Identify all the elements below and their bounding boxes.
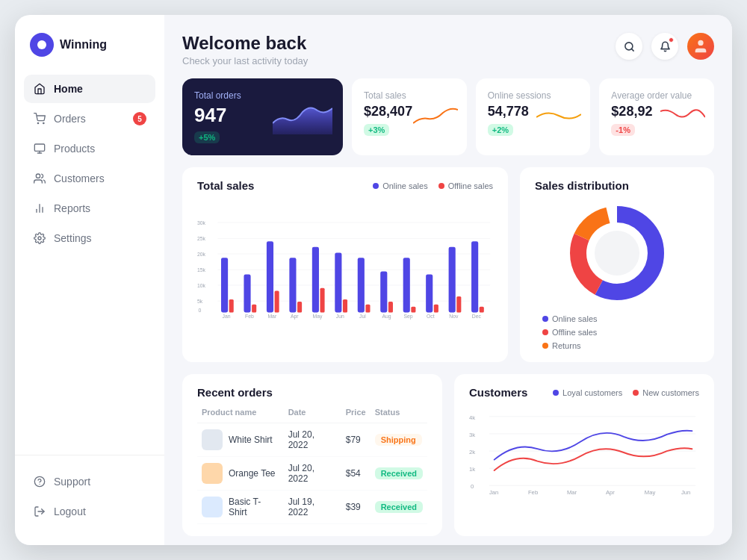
customers-header: Customers Loyal customers New customers xyxy=(469,386,699,399)
legend-item-offline-sales: Offline sales xyxy=(542,328,598,337)
sidebar-item-reports[interactable]: Reports xyxy=(24,194,155,223)
svg-point-9 xyxy=(38,237,41,240)
search-button[interactable] xyxy=(616,33,642,60)
legend-new: New customers xyxy=(633,388,699,397)
notification-dot xyxy=(669,37,674,43)
help-icon xyxy=(33,475,46,488)
table-row: Orange Tee Jul 20, 2022 $54 Received xyxy=(197,457,427,491)
sidebar-item-settings[interactable]: Settings xyxy=(24,224,155,252)
svg-text:3k: 3k xyxy=(469,432,475,438)
legend-loyal: Loyal customers xyxy=(553,388,622,397)
svg-rect-50 xyxy=(456,296,461,312)
svg-text:2k: 2k xyxy=(469,449,475,455)
svg-rect-44 xyxy=(388,302,393,312)
product-cell: White Shirt xyxy=(202,429,279,450)
svg-text:Nov: Nov xyxy=(449,314,459,319)
header-actions xyxy=(616,33,714,60)
order-price: $54 xyxy=(341,457,371,491)
donut-legend: Online sales Offline sales Returns xyxy=(535,314,598,350)
svg-point-0 xyxy=(37,122,38,123)
table-row: Basic T-Shirt Jul 19, 2022 $39 Received xyxy=(197,491,427,524)
svg-point-69 xyxy=(595,231,639,276)
donut-svg xyxy=(565,201,669,305)
order-date: Jul 20, 2022 xyxy=(284,423,341,457)
legend-dot xyxy=(553,390,559,396)
stat-change: +5% xyxy=(194,131,220,143)
avatar[interactable] xyxy=(687,33,714,60)
svg-rect-41 xyxy=(358,258,365,312)
svg-rect-49 xyxy=(449,247,456,313)
charts-row: Total sales Online sales Offline sales xyxy=(182,167,714,362)
recent-orders-title: Recent orders xyxy=(197,386,427,399)
svg-rect-33 xyxy=(267,241,273,312)
sidebar-item-support[interactable]: Support xyxy=(24,467,155,496)
donut-chart-card: Sales distribution xyxy=(520,167,714,362)
page-header: Welcome back Check your last activity to… xyxy=(164,15,732,78)
svg-rect-35 xyxy=(289,258,296,312)
svg-rect-39 xyxy=(335,252,341,312)
mini-chart xyxy=(413,102,458,132)
legend-dot-online xyxy=(373,183,379,189)
notifications-button[interactable] xyxy=(651,33,678,60)
svg-text:Oct: Oct xyxy=(427,314,435,319)
svg-rect-40 xyxy=(343,299,347,313)
orders-badge: 5 xyxy=(133,112,146,125)
order-date: Jul 20, 2022 xyxy=(284,457,341,491)
legend-label: Online sales xyxy=(552,314,598,323)
customers-chart: 4k 3k 2k 1k 0 Jan Feb Mar xyxy=(469,408,699,500)
sidebar-item-customers[interactable]: Customers xyxy=(24,164,155,193)
dashboard-content: Total orders 947 +5% xyxy=(164,78,732,545)
bottom-row: Recent orders Product name Date Price St… xyxy=(182,374,714,536)
sidebar-item-label: Logout xyxy=(54,505,86,517)
mini-chart xyxy=(536,102,581,132)
stat-change: -1% xyxy=(611,124,635,136)
legend-item-online-sales: Online sales xyxy=(542,314,598,323)
avatar-icon xyxy=(692,38,709,55)
order-price: $79 xyxy=(341,423,371,457)
main-content: Welcome back Check your last activity to… xyxy=(164,15,732,545)
logo-icon xyxy=(30,33,54,57)
svg-text:15k: 15k xyxy=(197,267,206,273)
sidebar-item-products[interactable]: Products xyxy=(24,134,155,163)
sidebar-item-orders[interactable]: Orders 5 xyxy=(24,105,155,133)
svg-rect-47 xyxy=(426,274,433,312)
legend-item-returns: Returns xyxy=(542,341,598,350)
page-title: Welcome back xyxy=(182,33,308,54)
svg-point-1 xyxy=(43,122,44,123)
mini-chart xyxy=(660,102,705,132)
chart-icon xyxy=(33,202,46,215)
svg-text:10k: 10k xyxy=(197,283,206,288)
svg-text:20k: 20k xyxy=(197,252,206,257)
legend-item-offline: Offline sales xyxy=(438,181,493,190)
product-name: White Shirt xyxy=(229,435,273,445)
svg-text:Aug: Aug xyxy=(382,314,391,320)
stat-change: +3% xyxy=(364,124,389,136)
bar-chart: 30k 25k 20k 15k 10k 5k 0 xyxy=(197,201,493,335)
sidebar-item-home[interactable]: Home xyxy=(24,75,155,103)
product-image xyxy=(202,429,223,450)
mini-chart xyxy=(273,97,332,137)
svg-rect-43 xyxy=(380,272,387,313)
sidebar-item-logout[interactable]: Logout xyxy=(24,497,155,526)
home-icon xyxy=(33,82,46,96)
donut-header: Sales distribution xyxy=(535,179,699,192)
col-date: Date xyxy=(284,408,341,423)
donut-title: Sales distribution xyxy=(535,179,629,192)
svg-rect-52 xyxy=(480,307,484,313)
svg-text:Mar: Mar xyxy=(267,314,277,319)
svg-text:0: 0 xyxy=(199,308,202,313)
logout-icon xyxy=(33,505,46,518)
svg-rect-51 xyxy=(471,241,478,312)
svg-rect-30 xyxy=(229,299,234,313)
svg-text:Jun: Jun xyxy=(336,314,344,319)
status-badge: Received xyxy=(375,467,423,479)
donut-container: Online sales Offline sales Returns xyxy=(535,201,699,350)
svg-text:5k: 5k xyxy=(197,299,203,304)
users-icon xyxy=(33,172,46,185)
order-date: Jul 19, 2022 xyxy=(284,491,341,524)
recent-orders-card: Recent orders Product name Date Price St… xyxy=(182,374,442,536)
logo-text: Winning xyxy=(60,38,107,52)
product-cell: Basic T-Shirt xyxy=(202,497,279,517)
legend-item-online: Online sales xyxy=(373,181,428,190)
svg-point-5 xyxy=(36,174,40,178)
